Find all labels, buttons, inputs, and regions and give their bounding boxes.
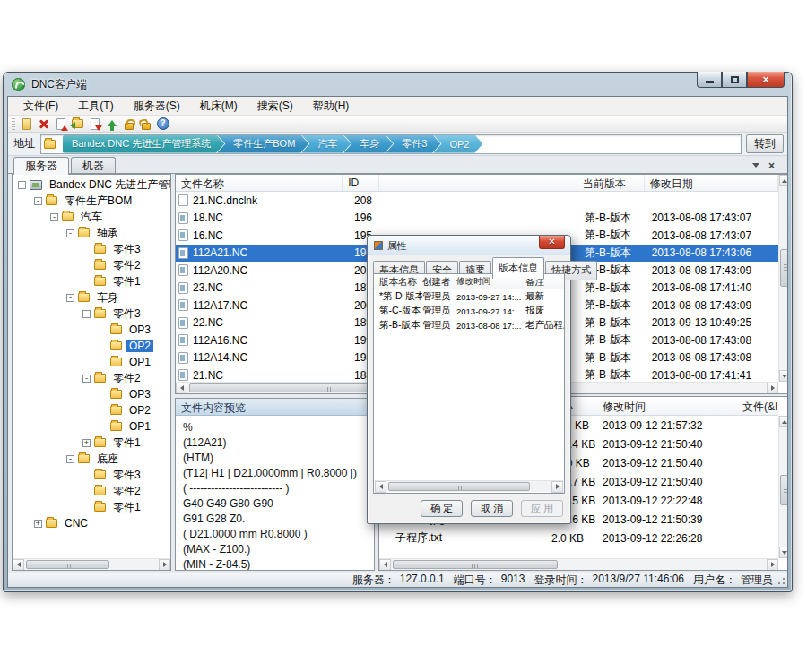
close-icon[interactable]: × <box>768 161 775 170</box>
column-header[interactable]: ID <box>343 175 379 191</box>
menu-item[interactable]: 机床(M) <box>190 97 247 116</box>
collapse-icon[interactable]: - <box>82 310 91 318</box>
tree-item[interactable]: -车身 <box>13 289 170 306</box>
scroll-left-arrow[interactable] <box>13 559 24 571</box>
scroll-left-arrow[interactable] <box>176 383 187 394</box>
scroll-up-arrow[interactable] <box>779 175 789 186</box>
version-row[interactable]: 第-B-版本管理员2013-08-08 17:...老产品程序 <box>374 318 564 332</box>
lock-icon[interactable] <box>121 116 136 132</box>
scroll-left-arrow[interactable] <box>375 481 386 493</box>
address-field[interactable]: Bandex DNC 先进生产管理系统零件生产BOM汽车车身零件3OP2 <box>40 134 742 154</box>
minimize-button[interactable] <box>697 72 722 88</box>
ok-button[interactable]: 确 定 <box>421 500 463 517</box>
tree-item[interactable]: -Bandex DNC 先进生产管理系统 <box>13 177 170 193</box>
collapse-icon[interactable]: - <box>66 455 74 463</box>
expand-icon[interactable]: + <box>82 439 91 447</box>
attachment-row[interactable]: 子程序.txt2.0 KB2013-09-12 22:26:28 <box>379 529 778 547</box>
dialog-tab-版本信息[interactable]: 版本信息 <box>492 257 544 279</box>
scroll-right-arrow[interactable] <box>767 559 778 571</box>
menu-item[interactable]: 帮助(H) <box>303 97 360 116</box>
scroll-thumb[interactable] <box>388 482 530 491</box>
collapse-icon[interactable]: - <box>82 375 91 383</box>
file-row[interactable]: 18.NC196第-B-版本2013-08-08 17:43:07 <box>176 210 778 228</box>
unlock-icon[interactable] <box>138 116 153 132</box>
tree-item[interactable]: 零件3 <box>13 467 170 483</box>
scroll-right-arrow[interactable] <box>767 383 778 394</box>
column-header[interactable]: 修改日期 <box>645 175 778 191</box>
close-button[interactable]: × <box>747 72 785 88</box>
collapse-icon[interactable]: - <box>66 294 74 302</box>
column-header[interactable]: 修改时间 <box>603 400 742 415</box>
go-button[interactable]: 转到 <box>746 134 784 153</box>
tree-item[interactable]: OP2 <box>13 338 170 354</box>
checkin-document-icon[interactable] <box>53 116 68 132</box>
column-header[interactable]: 创建者 <box>422 276 456 289</box>
tree-item[interactable]: 零件2 <box>13 257 170 273</box>
tree-item[interactable]: -底座 <box>13 451 170 467</box>
tree-item[interactable]: 零件2 <box>13 483 170 499</box>
tree-item[interactable]: 零件3 <box>13 241 170 257</box>
breadcrumb-segment[interactable]: Bandex DNC 先进生产管理系统 <box>63 135 224 153</box>
delete-icon[interactable] <box>36 116 51 132</box>
scroll-left-arrow[interactable] <box>379 559 391 571</box>
tree-item[interactable]: 零件1 <box>13 499 170 515</box>
tab-机器[interactable]: 机器 <box>71 157 116 174</box>
tree-item[interactable]: 零件1 <box>13 273 170 289</box>
breadcrumb-segment[interactable]: 零件3 <box>386 135 440 153</box>
scroll-thumb[interactable] <box>393 560 558 569</box>
tree-item[interactable]: OP3 <box>13 322 170 338</box>
cancel-button[interactable]: 取 消 <box>471 500 513 517</box>
file-list-vertical-scrollbar[interactable] <box>778 175 788 382</box>
column-header[interactable] <box>379 175 577 191</box>
version-row[interactable]: 第-C-版本管理员2013-09-27 14:...报废 <box>374 304 564 318</box>
menu-item[interactable]: 工具(T) <box>68 97 123 116</box>
chevron-down-icon[interactable] <box>752 163 759 171</box>
tree-item[interactable]: +CNC <box>13 515 170 531</box>
breadcrumb-segment[interactable]: OP2 <box>433 135 482 153</box>
version-row[interactable]: *第-D-版本管理员2013-09-27 14:...最新 <box>374 289 564 304</box>
column-header[interactable]: 当前版本 <box>577 175 645 191</box>
maximize-button[interactable] <box>722 72 747 88</box>
scroll-thumb[interactable] <box>780 249 788 287</box>
toolbar-grip[interactable] <box>12 118 15 130</box>
menu-item[interactable]: 服务器(S) <box>124 97 190 116</box>
tree-item[interactable]: OP2 <box>13 402 170 418</box>
attachments-horizontal-scrollbar[interactable] <box>379 558 778 570</box>
attachments-vertical-scrollbar[interactable] <box>778 416 788 558</box>
resize-grip[interactable] <box>777 577 785 585</box>
scroll-down-arrow[interactable] <box>779 370 789 382</box>
titlebar[interactable]: DNC客户端 × <box>4 73 792 96</box>
breadcrumb-segment[interactable]: 汽车 <box>301 135 351 153</box>
open-folder-icon[interactable] <box>70 116 85 132</box>
scroll-up-arrow[interactable] <box>779 416 789 427</box>
breadcrumb-segment[interactable]: 车身 <box>343 135 393 153</box>
breadcrumb-segment[interactable]: 零件生产BOM <box>217 135 308 153</box>
collapse-icon[interactable]: - <box>66 229 74 237</box>
column-header[interactable]: 文件名称 <box>176 175 343 191</box>
dialog-close-button[interactable]: ✕ <box>539 236 565 249</box>
upload-icon[interactable] <box>104 116 119 132</box>
expand-icon[interactable]: + <box>34 520 42 528</box>
column-header[interactable]: 版本名称 <box>374 276 422 289</box>
new-document-icon[interactable] <box>19 116 34 132</box>
column-header[interactable]: 文件(&I <box>742 400 778 415</box>
scroll-right-arrow[interactable] <box>551 481 563 493</box>
file-list-header[interactable]: 文件名称ID当前版本修改日期 <box>176 175 778 192</box>
tree-horizontal-scrollbar[interactable] <box>13 558 170 570</box>
scroll-down-arrow[interactable] <box>779 547 789 558</box>
tree-item[interactable]: -零件2 <box>13 370 170 386</box>
dialog-horizontal-scrollbar[interactable] <box>375 480 563 492</box>
scroll-thumb[interactable] <box>26 560 109 569</box>
tree-item[interactable]: OP3 <box>13 386 170 402</box>
help-icon[interactable]: ? <box>155 116 170 132</box>
file-row[interactable]: 21.NC.dnclnk208 <box>176 192 778 210</box>
menu-item[interactable]: 文件(F) <box>13 97 68 116</box>
tree-item[interactable]: OP1 <box>13 418 170 435</box>
collapse-icon[interactable]: - <box>50 213 58 221</box>
tree-item[interactable]: -零件3 <box>13 306 170 322</box>
menu-item[interactable]: 搜索(S) <box>247 97 303 116</box>
collapse-icon[interactable]: - <box>34 197 42 205</box>
tree-item[interactable]: -轴承 <box>13 225 170 241</box>
tree-item[interactable]: +零件1 <box>13 435 170 451</box>
collapse-icon[interactable]: - <box>18 181 26 189</box>
